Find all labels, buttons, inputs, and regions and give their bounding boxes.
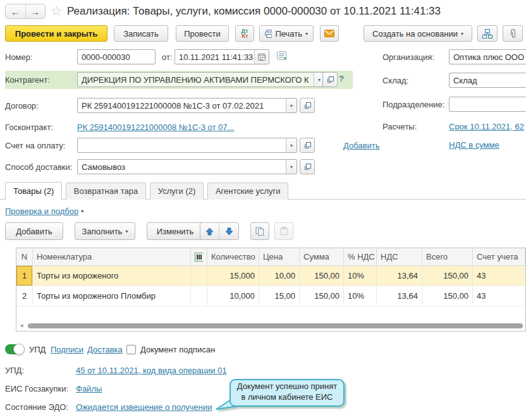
eis-label: ЕИС Госзакупки: [5,384,68,393]
col-header-characteristics[interactable] [191,248,207,265]
edo-state-link[interactable]: Ожидается извещение о получении [76,402,212,412]
paste-button[interactable] [274,222,293,240]
contract-field[interactable]: РК 2591400191221000008 №1С-3 от 07.02.20… [77,98,297,113]
col-header-vat-percent[interactable]: % НДС [344,248,377,265]
create-based-on-button[interactable]: Создать на основании▾ [364,25,472,42]
counterparty-field[interactable]: ДИРЕКЦИЯ ПО УПРАВЛЕНИЮ АКТИВАМИ ПЕРМСКОГ… [77,72,325,87]
col-header-price[interactable]: Цена [259,248,300,265]
edo-state-label: Состояние ЭДО: [5,402,68,412]
col-header-total[interactable]: Всего [422,248,473,265]
col-header-sum[interactable]: Сумма [300,248,344,265]
copy-icon [255,227,264,236]
send-email-button[interactable] [320,25,339,42]
signatures-link[interactable]: Подписи [51,345,83,354]
dt-kt-postings-button[interactable]: ДтКт [235,25,254,42]
add-row-button[interactable]: Добавить [5,222,63,240]
help-icon[interactable]: ? [339,74,344,83]
organization-field[interactable]: Оптика плюс ООО [449,49,526,64]
check-and-pick-menu[interactable]: Проверка и подбор ▾ [5,207,83,216]
delivery-method-field[interactable]: Самовывоз ▾ [77,159,297,174]
counterparty-row-highlight: ДИРЕКЦИЯ ПО УПРАВЛЕНИЮ АКТИВАМИ ПЕРМСКОГ… [5,71,353,89]
upd-label: УПД: [5,366,24,375]
paperclip-icon [509,29,517,39]
number-field[interactable]: 0000-000030 [77,49,156,64]
counterparty-label: Контрагент: [5,75,50,85]
dropdown-caret-icon: ▾ [305,31,308,37]
characteristics-icon [195,253,203,261]
tab-services[interactable]: Услуги (2) [150,183,204,200]
invoice-field[interactable]: ▾ [77,138,297,153]
chevron-down-icon[interactable]: ▾ [286,138,297,152]
eis-files-link[interactable]: Файлы [76,384,102,393]
govcontract-link[interactable]: РК 2591400191221000008 №1С-3 от 07... [77,123,234,132]
back-icon: ← [11,6,20,17]
table-row[interactable]: 1 Торты из мороженого 15,000 10,00 150,0… [16,266,525,286]
division-label: Подразделение: [382,100,444,109]
col-header-nomenclature[interactable]: Номенклатура [33,248,191,265]
move-row-group [200,222,239,240]
vat-in-sum-link[interactable]: НДС в сумме [449,140,499,150]
document-signed-checkbox[interactable] [126,345,136,354]
delivery-method-label: Способ доставки: [5,162,72,172]
tooltip-text: Документ успешно принят в личном кабинет… [233,381,341,402]
table-row[interactable]: 2 Торты из мороженого Пломбир 10,000 15,… [16,286,525,306]
counterparty-open-button[interactable] [322,72,338,87]
calendar-icon[interactable] [254,50,269,64]
attachments-button[interactable] [503,25,523,42]
copy-button[interactable] [250,222,269,240]
col-header-account[interactable]: Счет учета [473,248,525,265]
set-number-icon[interactable] [277,51,288,63]
contract-open-button[interactable] [300,98,315,113]
upd-document-link[interactable]: 45 от 10.11.2021, код вида операции 01 [76,366,226,375]
items-table-header[interactable]: N Номенклатура Количество Цена Сумма % Н… [16,248,525,266]
envelope-icon [324,30,334,37]
col-header-quantity[interactable]: Количество [207,248,259,265]
favorite-star-icon[interactable]: ☆ [51,3,62,18]
tab-strip: Товары (2) Возвратная тара Услуги (2) Аг… [0,182,526,200]
delivery-link[interactable]: Доставка [87,345,123,354]
scrollbar-thumb[interactable] [28,323,523,328]
printer-icon [265,30,272,38]
settlements-link[interactable]: Срок 10.11.2021, 62 [449,122,524,131]
scroll-left-icon[interactable]: ◄ [19,323,24,328]
post-button[interactable]: Провести [176,25,229,42]
horizontal-scrollbar[interactable]: ◄ [18,323,524,329]
col-header-vat[interactable]: НДС [377,248,422,265]
tab-goods[interactable]: Товары (2) [5,182,62,200]
arrow-down-icon [225,227,233,236]
col-header-n[interactable]: N [16,248,33,265]
document-signed-label: Документ подписан [140,345,215,354]
date-field[interactable]: 10.11.2021 11:41:33 [174,49,269,64]
forward-button[interactable]: → [26,4,46,18]
settlements-label: Расчеты: [382,122,417,131]
warehouse-field[interactable]: Склад [449,73,526,88]
tab-returnable-packaging[interactable]: Возвратная тара [66,183,146,200]
dropdown-caret-icon: ▾ [125,229,128,234]
chevron-down-icon[interactable]: ▾ [286,160,297,174]
print-button[interactable]: Печать▾ [259,25,314,42]
save-button[interactable]: Записать [114,25,168,42]
back-button[interactable]: ← [6,4,26,18]
dt-kt-icon: ДтКт [242,28,248,39]
fill-button[interactable]: Заполнить▾ [75,222,135,240]
number-label: Номер: [5,52,33,62]
invoice-open-button[interactable] [300,138,315,153]
post-and-close-button[interactable]: Провести и закрыть [5,25,107,42]
tab-agency-services[interactable]: Агентские услуги [207,183,289,200]
invoice-add-link[interactable]: Добавить [343,141,379,150]
date-prefix-label: от: [162,52,173,62]
page-title: Реализация: Товары, услуги, комиссия 000… [67,5,441,18]
division-field[interactable] [449,97,526,112]
govcontract-label: Госконтракт: [5,123,53,132]
toggle-knob [13,344,25,355]
open-form-icon [304,142,311,149]
related-documents-button[interactable] [477,25,498,42]
contract-label: Договор: [5,101,39,111]
move-down-button[interactable] [219,223,238,239]
edit-row-button[interactable]: Изменить [147,222,204,240]
move-up-button[interactable] [200,223,219,239]
arrow-up-icon [205,227,214,236]
upd-toggle[interactable] [5,344,24,354]
delivery-open-button[interactable] [300,159,315,174]
chevron-down-icon[interactable]: ▾ [286,99,297,112]
